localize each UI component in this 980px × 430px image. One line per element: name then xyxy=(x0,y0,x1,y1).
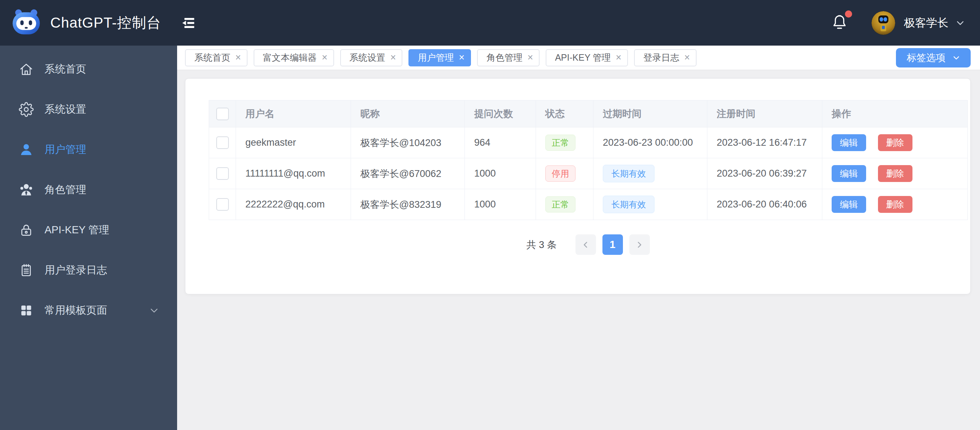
status-badge: 正常 xyxy=(545,196,576,213)
sidebar-item-user-management[interactable]: 用户管理 xyxy=(0,130,177,170)
tab-rich-text-editor[interactable]: 富文本编辑器 × xyxy=(254,49,334,67)
select-all-checkbox[interactable] xyxy=(216,108,229,120)
tag-options-label: 标签选项 xyxy=(907,51,945,64)
sidebar-item-api-key[interactable]: API-KEY 管理 xyxy=(0,210,177,250)
row-checkbox[interactable] xyxy=(216,136,229,149)
delete-button[interactable]: 删除 xyxy=(878,165,912,182)
tab-label: 登录日志 xyxy=(643,52,679,63)
column-header-register-time: 注册时间 xyxy=(707,100,822,127)
sidebar-item-label: 用户管理 xyxy=(45,143,86,157)
sidebar-item-label: 系统设置 xyxy=(45,102,86,117)
sidebar-item-role-management[interactable]: 角色管理 xyxy=(0,170,177,210)
column-header-question-count: 提问次数 xyxy=(465,100,536,127)
roles-icon xyxy=(18,182,35,197)
edit-button[interactable]: 编辑 xyxy=(832,196,866,213)
main-area: 系统首页 × 富文本编辑器 × 系统设置 × 用户管理 × 角色管理 × API… xyxy=(177,46,980,430)
close-icon[interactable]: × xyxy=(322,53,328,62)
row-checkbox[interactable] xyxy=(216,167,229,180)
tab-label: 系统设置 xyxy=(350,52,385,63)
cell-register-time: 2023-06-12 16:47:17 xyxy=(707,127,822,158)
table-header-row: 用户名 昵称 提问次数 状态 过期时间 注册时间 操作 xyxy=(209,100,968,127)
close-icon[interactable]: × xyxy=(684,53,690,62)
sidebar-item-label: 系统首页 xyxy=(45,62,86,76)
column-header-nickname: 昵称 xyxy=(351,100,465,127)
edit-button[interactable]: 编辑 xyxy=(832,134,866,151)
sidebar-item-login-log[interactable]: 用户登录日志 xyxy=(0,250,177,290)
cell-question-count: 1000 xyxy=(465,189,536,220)
sidebar-item-system-home[interactable]: 系统首页 xyxy=(0,49,177,89)
notification-dot xyxy=(845,10,852,17)
app-title: ChatGPT-控制台 xyxy=(50,13,161,33)
user-name[interactable]: 极客学长 xyxy=(904,16,948,30)
pagination-prev-button[interactable] xyxy=(576,234,596,255)
tab-role-management[interactable]: 角色管理 × xyxy=(477,49,539,67)
cell-nickname: 极客学长@670062 xyxy=(351,158,465,189)
table-row: geekmaster 极客学长@104203 964 正常 2023-06-23… xyxy=(209,127,968,158)
pagination-page-1[interactable]: 1 xyxy=(603,234,623,255)
close-icon[interactable]: × xyxy=(616,53,622,62)
edit-button[interactable]: 编辑 xyxy=(832,165,866,182)
lock-icon xyxy=(18,222,35,238)
tab-system-settings[interactable]: 系统设置 × xyxy=(340,49,403,67)
status-badge: 正常 xyxy=(545,135,576,151)
sidebar-item-label: API-KEY 管理 xyxy=(45,223,109,237)
tab-label: 用户管理 xyxy=(418,52,454,63)
chevron-right-icon xyxy=(634,240,645,250)
content-area: 用户名 昵称 提问次数 状态 过期时间 注册时间 操作 geekmaster xyxy=(177,70,980,430)
cell-register-time: 2023-06-20 06:40:06 xyxy=(707,189,822,220)
cell-nickname: 极客学长@832319 xyxy=(351,189,465,220)
pagination-total: 共 3 条 xyxy=(526,238,557,251)
status-badge: 停用 xyxy=(545,165,576,182)
sidebar-item-label: 用户登录日志 xyxy=(45,263,107,278)
app-header: ChatGPT-控制台 xyxy=(0,0,980,46)
cell-expire-time: 2023-06-23 00:00:00 xyxy=(593,127,707,158)
sidebar-item-label: 常用模板页面 xyxy=(45,303,107,318)
sidebar-item-template-pages[interactable]: 常用模板页面 xyxy=(0,290,177,330)
tag-options-button[interactable]: 标签选项 xyxy=(896,48,970,67)
user-icon xyxy=(18,142,35,157)
tab-user-management[interactable]: 用户管理 × xyxy=(409,49,471,67)
app-logo-icon xyxy=(11,8,42,38)
close-icon[interactable]: × xyxy=(390,53,396,62)
close-icon[interactable]: × xyxy=(527,53,533,62)
chevron-left-icon xyxy=(580,240,591,250)
user-table: 用户名 昵称 提问次数 状态 过期时间 注册时间 操作 geekmaster xyxy=(209,100,968,220)
table-row: 11111111@qq.com 极客学长@670062 1000 停用 长期有效… xyxy=(209,158,968,189)
close-icon[interactable]: × xyxy=(235,53,241,62)
tab-label: API-KEY 管理 xyxy=(555,52,611,63)
sidebar-item-label: 角色管理 xyxy=(45,183,86,197)
tab-system-home[interactable]: 系统首页 × xyxy=(185,49,248,67)
cell-question-count: 964 xyxy=(465,127,536,158)
notification-bell-icon[interactable] xyxy=(830,13,848,33)
user-avatar[interactable] xyxy=(872,11,895,35)
sidebar-item-system-settings[interactable]: 系统设置 xyxy=(0,89,177,130)
cell-username: 2222222@qq.com xyxy=(236,189,351,220)
cell-username: geekmaster xyxy=(236,127,351,158)
cell-question-count: 1000 xyxy=(465,158,536,189)
chevron-down-icon xyxy=(951,53,961,63)
column-header-status: 状态 xyxy=(536,100,593,127)
tabbar: 系统首页 × 富文本编辑器 × 系统设置 × 用户管理 × 角色管理 × API… xyxy=(177,46,980,70)
expire-badge: 长期有效 xyxy=(603,196,654,213)
column-header-username: 用户名 xyxy=(236,100,351,127)
log-icon xyxy=(18,263,35,278)
user-menu-chevron-down-icon[interactable] xyxy=(954,17,966,29)
column-header-actions: 操作 xyxy=(822,100,968,127)
user-table-card: 用户名 昵称 提问次数 状态 过期时间 注册时间 操作 geekmaster xyxy=(185,78,970,294)
tab-api-key[interactable]: API-KEY 管理 × xyxy=(546,49,628,67)
cell-nickname: 极客学长@104203 xyxy=(351,127,465,158)
cell-username: 11111111@qq.com xyxy=(236,158,351,189)
delete-button[interactable]: 删除 xyxy=(878,134,912,151)
row-checkbox[interactable] xyxy=(216,198,229,211)
close-icon[interactable]: × xyxy=(459,53,465,62)
chevron-down-icon xyxy=(148,304,161,317)
grid-icon xyxy=(18,303,35,318)
app-root: ChatGPT-控制台 xyxy=(0,0,980,430)
delete-button[interactable]: 删除 xyxy=(878,196,912,213)
gear-icon xyxy=(18,102,35,117)
tab-login-log[interactable]: 登录日志 × xyxy=(634,49,697,67)
sidebar-fold-icon[interactable] xyxy=(180,14,197,32)
pagination-next-button[interactable] xyxy=(629,234,650,255)
tab-label: 系统首页 xyxy=(194,52,230,63)
pagination: 共 3 条 1 xyxy=(209,234,967,255)
